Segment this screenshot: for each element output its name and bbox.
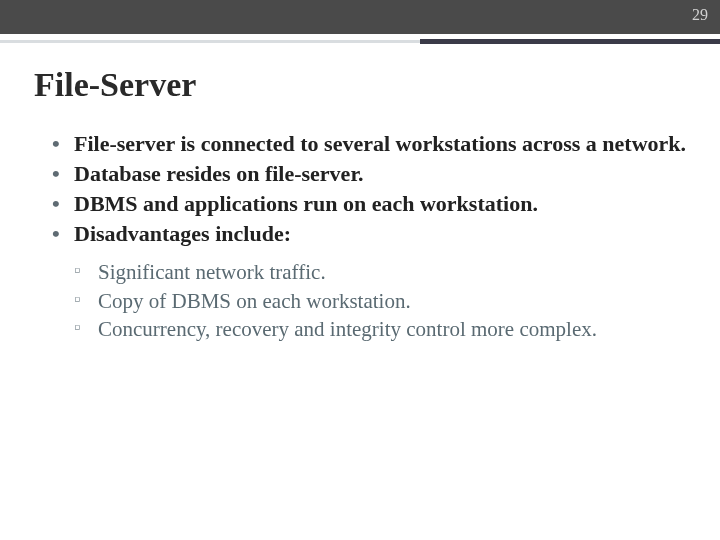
sub-bullet-item: Concurrency, recovery and integrity cont… bbox=[74, 316, 686, 343]
main-bullet-list: File-server is connected to several work… bbox=[34, 130, 686, 249]
bullet-item: File-server is connected to several work… bbox=[52, 130, 686, 158]
header-rule bbox=[0, 34, 720, 54]
bullet-item: Database resides on file-server. bbox=[52, 160, 686, 188]
bullet-item: DBMS and applications run on each workst… bbox=[52, 190, 686, 218]
slide-title: File-Server bbox=[34, 66, 686, 104]
bullet-item: Disadvantages include: bbox=[52, 220, 686, 248]
sub-bullet-item: Copy of DBMS on each workstation. bbox=[74, 288, 686, 315]
content-area: File-Server File-server is connected to … bbox=[0, 54, 720, 343]
rule-dark bbox=[420, 39, 720, 44]
sub-bullet-list: Significant network traffic. Copy of DBM… bbox=[34, 259, 686, 344]
page-number: 29 bbox=[692, 6, 708, 24]
header-band: 29 bbox=[0, 0, 720, 34]
sub-bullet-item: Significant network traffic. bbox=[74, 259, 686, 286]
